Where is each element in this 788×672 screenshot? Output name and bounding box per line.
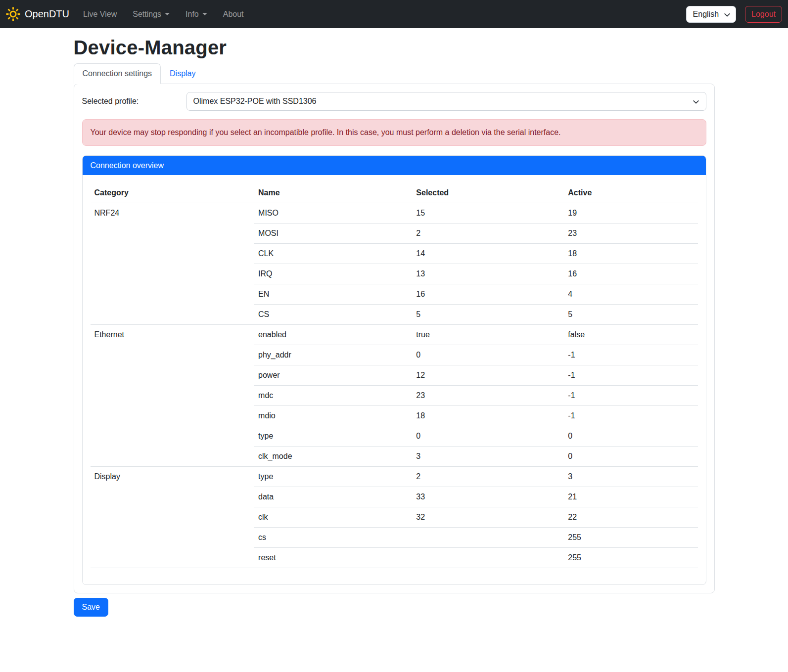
- name-cell: mdio: [254, 406, 412, 426]
- active-cell: 255: [564, 548, 697, 568]
- nav-item-label: Info: [185, 10, 199, 19]
- nav-item-live-view[interactable]: Live View: [79, 6, 121, 23]
- col-active: Active: [564, 183, 697, 203]
- name-cell: power: [254, 365, 412, 386]
- chevron-down-icon: [202, 13, 207, 15]
- main-container: Device-Manager Connection settings Displ…: [68, 37, 721, 617]
- tab-content-card: Selected profile: Olimex ESP32-POE with …: [74, 84, 715, 593]
- language-select[interactable]: English: [686, 6, 736, 23]
- selected-cell: 14: [412, 244, 564, 264]
- connection-overview-card: Connection overview Category Name Select…: [82, 155, 706, 585]
- active-cell: -1: [564, 406, 697, 426]
- incompatible-profile-warning: Your device may stop responding if you s…: [82, 119, 706, 146]
- name-cell: cs: [254, 528, 412, 548]
- selected-cell: 3: [412, 447, 564, 467]
- name-cell: phy_addr: [254, 345, 412, 365]
- table-header-row: Category Name Selected Active: [91, 183, 698, 203]
- table-row: Ethernetenabledtruefalse: [91, 325, 698, 345]
- selected-cell: 16: [412, 284, 564, 305]
- active-cell: 255: [564, 528, 697, 548]
- nav-item-label: Live View: [83, 10, 117, 19]
- selected-cell: 13: [412, 264, 564, 284]
- language-select-value: English: [693, 10, 719, 19]
- active-cell: -1: [564, 365, 697, 386]
- nav-item-info[interactable]: Info: [182, 6, 211, 23]
- sun-icon: [6, 7, 20, 21]
- save-button[interactable]: Save: [74, 598, 108, 617]
- tab-display[interactable]: Display: [161, 63, 204, 84]
- table-row: NRF24MISO1519: [91, 203, 698, 224]
- active-cell: false: [564, 325, 697, 345]
- table-row: Displaytype23: [91, 467, 698, 487]
- page-title: Device-Manager: [74, 37, 715, 59]
- selected-cell: 18: [412, 406, 564, 426]
- active-cell: 22: [564, 507, 697, 528]
- name-cell: EN: [254, 284, 412, 305]
- name-cell: CLK: [254, 244, 412, 264]
- selected-cell: 5: [412, 305, 564, 325]
- profile-select-value: Olimex ESP32-POE with SSD1306: [193, 97, 317, 106]
- selected-cell: [412, 528, 564, 548]
- active-cell: 18: [564, 244, 697, 264]
- name-cell: data: [254, 487, 412, 507]
- selected-cell: 2: [412, 224, 564, 244]
- name-cell: CS: [254, 305, 412, 325]
- logout-button[interactable]: Logout: [745, 6, 782, 23]
- table-body: NRF24MISO1519MOSI223CLK1418IRQ1316EN164C…: [91, 203, 698, 568]
- active-cell: 0: [564, 426, 697, 447]
- chevron-down-icon: [693, 98, 699, 107]
- name-cell: reset: [254, 548, 412, 568]
- brand-link[interactable]: OpenDTU: [6, 7, 69, 21]
- active-cell: 19: [564, 203, 697, 224]
- tab-bar: Connection settings Display: [74, 63, 715, 84]
- active-cell: 21: [564, 487, 697, 507]
- connection-table: Category Name Selected Active NRF24MISO1…: [91, 183, 698, 568]
- active-cell: -1: [564, 345, 697, 365]
- category-cell: Display: [91, 467, 255, 568]
- selected-cell: 2: [412, 467, 564, 487]
- navbar-right: English Logout: [686, 6, 782, 23]
- selected-cell: 0: [412, 345, 564, 365]
- col-name: Name: [254, 183, 412, 203]
- name-cell: enabled: [254, 325, 412, 345]
- selected-cell: 15: [412, 203, 564, 224]
- chevron-down-icon: [724, 11, 731, 20]
- name-cell: mdc: [254, 386, 412, 406]
- selected-cell: true: [412, 325, 564, 345]
- name-cell: MOSI: [254, 224, 412, 244]
- category-cell: NRF24: [91, 203, 255, 325]
- name-cell: IRQ: [254, 264, 412, 284]
- selected-cell: 32: [412, 507, 564, 528]
- connection-overview-body: Category Name Selected Active NRF24MISO1…: [83, 175, 706, 584]
- nav-item-about[interactable]: About: [219, 6, 248, 23]
- nav-links: Live View Settings Info About: [79, 6, 256, 23]
- active-cell: -1: [564, 386, 697, 406]
- navbar: OpenDTU Live View Settings Info About En…: [0, 0, 788, 28]
- active-cell: 4: [564, 284, 697, 305]
- name-cell: type: [254, 467, 412, 487]
- selected-cell: [412, 548, 564, 568]
- nav-item-label: About: [223, 10, 244, 19]
- active-cell: 23: [564, 224, 697, 244]
- selected-cell: 0: [412, 426, 564, 447]
- name-cell: MISO: [254, 203, 412, 224]
- brand-label: OpenDTU: [25, 8, 69, 20]
- name-cell: type: [254, 426, 412, 447]
- nav-item-settings[interactable]: Settings: [129, 6, 174, 23]
- active-cell: 5: [564, 305, 697, 325]
- selected-cell: 23: [412, 386, 564, 406]
- active-cell: 16: [564, 264, 697, 284]
- tab-connection-settings[interactable]: Connection settings: [74, 63, 161, 84]
- category-cell: Ethernet: [91, 325, 255, 467]
- nav-item-label: Settings: [133, 10, 161, 19]
- name-cell: clk: [254, 507, 412, 528]
- connection-overview-header: Connection overview: [83, 156, 706, 175]
- active-cell: 0: [564, 447, 697, 467]
- col-selected: Selected: [412, 183, 564, 203]
- profile-label: Selected profile:: [82, 97, 186, 106]
- chevron-down-icon: [165, 13, 170, 15]
- name-cell: clk_mode: [254, 447, 412, 467]
- selected-cell: 33: [412, 487, 564, 507]
- profile-select[interactable]: Olimex ESP32-POE with SSD1306: [186, 92, 706, 111]
- profile-row: Selected profile: Olimex ESP32-POE with …: [82, 92, 706, 111]
